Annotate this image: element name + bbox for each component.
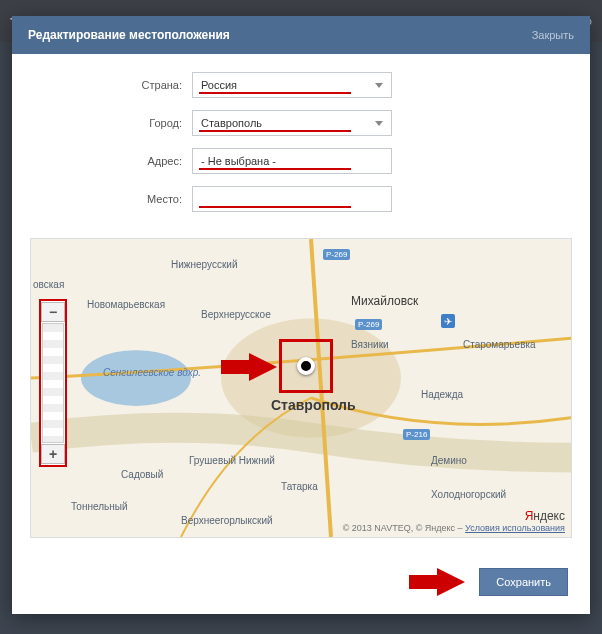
map-town-label: Грушевый Нижний — [189, 455, 275, 466]
highlight-underline — [199, 168, 351, 170]
map-town-label: Тоннельный — [71, 501, 128, 512]
highlight-underline — [199, 92, 351, 94]
form-area: Страна: Россия Город: Ставрополь Адрес: — [12, 54, 590, 234]
terms-link[interactable]: Условия использования — [465, 523, 565, 533]
highlight-underline — [199, 130, 351, 132]
zoom-out-button[interactable]: − — [41, 302, 65, 322]
annotation-pin-highlight — [279, 339, 333, 393]
map-town-label: Татарка — [281, 481, 318, 492]
modal-title: Редактирование местоположения — [28, 28, 230, 42]
place-input-wrap — [192, 186, 392, 212]
address-label: Адрес: — [42, 155, 192, 167]
map-town-label: Старомарьевка — [463, 339, 536, 350]
map[interactable]: НижнерусскийовскаяНовомарьевскаяВерхнеру… — [30, 238, 572, 538]
location-edit-modal: Редактирование местоположения Закрыть Ст… — [12, 16, 590, 614]
place-input[interactable] — [201, 193, 383, 205]
save-button[interactable]: Сохранить — [479, 568, 568, 596]
map-attribution: Яндекс © 2013 NAVTEQ, © Яндекс – Условия… — [343, 509, 565, 533]
modal-footer: Сохранить — [12, 550, 590, 614]
map-town-label: Новомарьевская — [87, 299, 165, 310]
yandex-logo: Яндекс — [343, 509, 565, 523]
city-label: Город: — [42, 117, 192, 129]
chevron-down-icon — [375, 83, 383, 88]
map-town-label: Верхнеегорлыкский — [181, 515, 273, 526]
modal-header: Редактирование местоположения Закрыть — [12, 16, 590, 54]
map-pin-icon[interactable] — [297, 357, 315, 375]
address-input[interactable] — [201, 155, 383, 167]
country-select[interactable]: Россия — [192, 72, 392, 98]
highlight-underline — [199, 206, 351, 208]
zoom-in-button[interactable]: + — [41, 444, 65, 464]
map-town-label: Верхнерусское — [201, 309, 271, 320]
country-value: Россия — [201, 79, 237, 91]
annotation-arrow-icon — [437, 568, 465, 596]
svg-point-1 — [81, 350, 191, 406]
zoom-slider[interactable] — [42, 323, 64, 443]
country-label: Страна: — [42, 79, 192, 91]
map-town-label: Михайловск — [351, 294, 418, 308]
city-value: Ставрополь — [201, 117, 262, 129]
map-town-label: Надежда — [421, 389, 463, 400]
map-town-label: Демино — [431, 455, 467, 466]
address-input-wrap — [192, 148, 392, 174]
map-town-label: Сенгилеевское вдхр. — [103, 367, 201, 378]
chevron-down-icon — [375, 121, 383, 126]
map-town-label: Садовый — [121, 469, 163, 480]
map-city-main-label: Ставрополь — [271, 397, 356, 413]
airport-icon: ✈ — [441, 314, 455, 328]
road-label: Р-269 — [355, 319, 382, 330]
zoom-control: − + — [39, 299, 67, 467]
map-town-label: Нижнерусский — [171, 259, 237, 270]
road-label: Р-269 — [323, 249, 350, 260]
map-town-label: Вязники — [351, 339, 389, 350]
map-town-label: Холодногорский — [431, 489, 506, 500]
place-label: Место: — [42, 193, 192, 205]
close-button[interactable]: Закрыть — [532, 29, 574, 41]
city-select[interactable]: Ставрополь — [192, 110, 392, 136]
road-label: Р-216 — [403, 429, 430, 440]
annotation-arrow-icon — [249, 353, 277, 381]
map-town-label: овская — [33, 279, 64, 290]
